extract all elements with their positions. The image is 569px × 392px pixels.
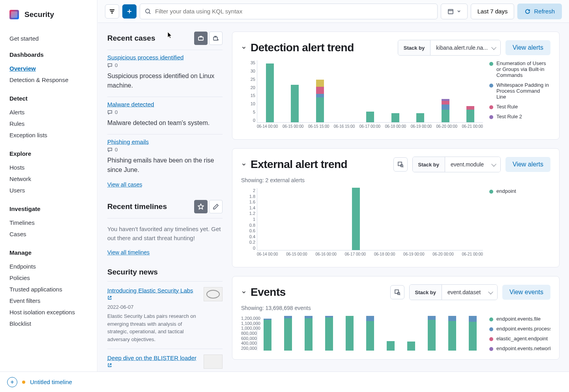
refresh-label: Refresh: [534, 8, 555, 15]
nav-item-event-filters[interactable]: Event filters: [9, 295, 97, 306]
legend-label: endpoint.events.process: [496, 326, 550, 332]
legend-label: Test Rule: [496, 104, 518, 110]
detection-alert-trend-panel: Detection alert trend Stack by kibana.al…: [232, 32, 560, 140]
nav-item-detection-response[interactable]: Detection & Response: [9, 74, 97, 86]
legend-item[interactable]: Test Rule: [489, 104, 550, 110]
security-news-header: Security news: [107, 268, 223, 276]
new-timeline-button[interactable]: [209, 200, 223, 213]
news-title-link[interactable]: Introducing Elastic Security Labs: [107, 287, 200, 294]
legend-item[interactable]: endpoint: [489, 188, 550, 194]
nav-item-exception-lists[interactable]: Exception lists: [9, 129, 97, 141]
stack-by-label: Stack by: [398, 40, 430, 55]
nav-item-endpoints[interactable]: Endpoints: [9, 261, 97, 272]
sidebar: Security Get started DashboardsOverviewD…: [0, 0, 97, 371]
nav-item-rules[interactable]: Rules: [9, 118, 97, 129]
nav-item-policies[interactable]: Policies: [9, 272, 97, 284]
legend-dot-icon: [489, 105, 493, 109]
inspect-icon: [394, 289, 401, 295]
favorites-button[interactable]: [194, 200, 208, 213]
calendar-button[interactable]: [441, 4, 468, 19]
nav-item-cases[interactable]: Cases: [9, 228, 97, 240]
stack-by-control: Stack by kibana.alert.rule.na...: [398, 40, 501, 56]
unsaved-indicator-icon: [22, 381, 25, 384]
legend-dot-icon: [489, 190, 493, 194]
search-icon: [145, 8, 151, 15]
view-events-button[interactable]: View events: [502, 285, 550, 300]
external-link-icon: [107, 363, 112, 368]
legend-item[interactable]: elastic_agent.endpoint: [489, 336, 550, 342]
nav-item-trusted-applications[interactable]: Trusted applications: [9, 284, 97, 295]
legend-dot-icon: [489, 84, 493, 88]
legend-item[interactable]: endpoint.events.file: [489, 316, 550, 322]
legend-item[interactable]: Whitespace Padding in Process Command Li…: [489, 82, 550, 100]
view-alerts-button[interactable]: View alerts: [505, 40, 550, 55]
calendar-icon: [447, 8, 454, 15]
kql-input[interactable]: [155, 8, 432, 15]
legend-dot-icon: [489, 347, 493, 351]
add-filter-button[interactable]: [122, 4, 137, 19]
legend-dot-icon: [489, 337, 493, 341]
external-chart[interactable]: 21.81.61.41.210.80.60.40.20 06-14 00:000…: [241, 188, 483, 259]
stack-by-select[interactable]: kibana.alert.rule.na...: [430, 40, 500, 55]
external-legend: endpoint: [489, 188, 550, 259]
create-case-button[interactable]: [209, 32, 223, 45]
collapse-toggle[interactable]: [241, 45, 247, 50]
case-title-link[interactable]: Phishing emails: [107, 138, 223, 145]
refresh-button[interactable]: Refresh: [517, 4, 562, 19]
external-trend-title: External alert trend: [251, 158, 347, 171]
legend-item[interactable]: endpoint.events.network: [489, 345, 550, 351]
right-column: Detection alert trend Stack by kibana.al…: [232, 23, 569, 371]
news-title-link[interactable]: Deep dive on the BLISTER loader: [107, 355, 200, 361]
nav-group-title: Investigate: [9, 205, 97, 212]
untitled-timeline-link[interactable]: Untitled timeline: [30, 379, 72, 385]
edit-icon: [213, 203, 219, 210]
all-cases-button[interactable]: [194, 32, 208, 45]
inspect-button[interactable]: [390, 285, 404, 299]
add-timeline-button[interactable]: +: [7, 377, 17, 387]
detection-legend: Enumeration of Users or Groups via Built…: [489, 60, 550, 131]
legend-item[interactable]: endpoint.events.process: [489, 326, 550, 332]
case-title-link[interactable]: Malware detected: [107, 101, 223, 108]
external-showing-text: Showing: 2 external alerts: [241, 177, 550, 183]
nav-item-host-isolation-exceptions[interactable]: Host isolation exceptions: [9, 306, 97, 318]
detection-chart[interactable]: 35302520151050 06-14 00:0006-15 00:0006-…: [241, 60, 483, 131]
nav-group-title: Detect: [9, 95, 97, 102]
collapse-toggle[interactable]: [241, 162, 247, 167]
collapse-toggle[interactable]: [241, 289, 247, 295]
events-chart[interactable]: 1,200,0001,100,0001,000,000800,000600,00…: [241, 316, 483, 359]
nav-item-timelines[interactable]: Timelines: [9, 217, 97, 228]
inspect-icon: [397, 161, 404, 168]
toggle-filter-button[interactable]: [105, 4, 119, 19]
case-title-link[interactable]: Suspicious process identified: [107, 54, 223, 61]
nav-get-started[interactable]: Get started: [9, 35, 97, 42]
left-column: Recent cases Suspicious process identifi…: [98, 23, 232, 371]
nav-item-network[interactable]: Network: [9, 173, 97, 185]
view-all-cases-link[interactable]: View all cases: [107, 181, 142, 188]
legend-dot-icon: [489, 115, 493, 119]
recent-cases-title: Recent cases: [107, 34, 155, 43]
legend-item[interactable]: Test Rule 2: [489, 114, 550, 119]
svg-point-0: [146, 9, 150, 13]
legend-dot-icon: [489, 62, 493, 66]
nav-group-title: Manage: [9, 249, 97, 256]
kql-search[interactable]: [140, 4, 438, 19]
date-range-button[interactable]: Last 7 days: [471, 4, 515, 19]
chevron-down-icon: [241, 289, 247, 295]
view-alerts-button[interactable]: View alerts: [505, 157, 550, 172]
view-all-timelines-link[interactable]: View all timelines: [107, 249, 150, 256]
stack-by-label: Stack by: [413, 157, 445, 172]
case-description: Suspicious process identified on Linux m…: [107, 71, 223, 90]
nav-item-users[interactable]: Users: [9, 185, 97, 196]
legend-item[interactable]: Enumeration of Users or Groups via Built…: [489, 60, 550, 78]
app-brand[interactable]: Security: [9, 10, 97, 19]
news-item: Deep dive on the BLISTER loader 2022-05-…: [107, 349, 223, 371]
inspect-button[interactable]: [393, 157, 408, 172]
legend-label: Test Rule 2: [496, 114, 522, 119]
stack-by-select[interactable]: event.module: [445, 157, 500, 172]
nav-item-blocklist[interactable]: Blocklist: [9, 318, 97, 329]
nav-item-hosts[interactable]: Hosts: [9, 162, 97, 173]
nav-item-alerts[interactable]: Alerts: [9, 106, 97, 118]
nav-item-overview[interactable]: Overview: [9, 63, 97, 74]
nav-group-title: Explore: [9, 150, 97, 157]
stack-by-select[interactable]: event.dataset: [442, 285, 497, 300]
